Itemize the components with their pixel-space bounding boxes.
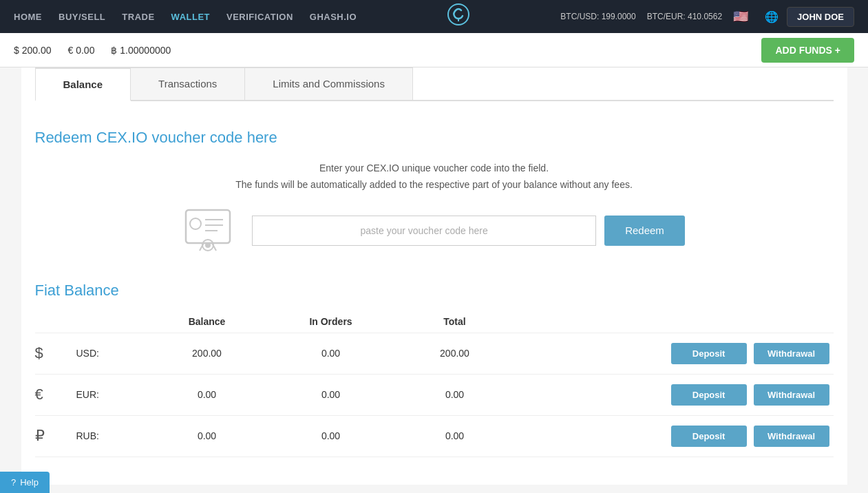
fiat-table-header: Balance In Orders Total: [35, 311, 834, 333]
help-button[interactable]: ? Help: [0, 472, 50, 485]
balance-cell: 200.00: [145, 333, 269, 374]
currency-label-cell: EUR:: [76, 374, 145, 415]
currency-icon-cell: $: [35, 333, 76, 374]
svg-point-3: [190, 218, 201, 229]
action-buttons-cell: Deposit Withdrawal: [517, 415, 834, 457]
voucher-form: Redeem: [35, 207, 834, 254]
usd-balance: $ 200.00: [14, 45, 52, 56]
voucher-section: Redeem CEX.IO voucher code here Enter yo…: [35, 122, 834, 275]
globe-icon[interactable]: 🌐: [765, 10, 779, 23]
currency-icon-cell: €: [35, 374, 76, 415]
fiat-table-row: $ USD: 200.00 0.00 200.00 Deposit Withdr…: [35, 333, 834, 374]
btceur-price: BTC/EUR: 410.0562: [647, 12, 722, 21]
balance-cell: 0.00: [145, 374, 269, 415]
fiat-table: Balance In Orders Total $ USD: 200.00 0.…: [35, 311, 834, 457]
btc-balance: ฿ 1.00000000: [111, 45, 171, 56]
redeem-button[interactable]: Redeem: [604, 216, 685, 246]
tab-limits[interactable]: Limits and Commissions: [244, 67, 413, 100]
col-in-orders: In Orders: [269, 311, 393, 333]
currency-symbol: $: [35, 344, 43, 361]
flag-icon[interactable]: 🇺🇸: [733, 9, 748, 24]
in-orders-cell: 0.00: [269, 333, 393, 374]
voucher-desc-line1: Enter your CEX.IO unique voucher code in…: [35, 160, 834, 177]
currency-label-cell: RUB:: [76, 415, 145, 457]
nav-buysell[interactable]: BUY/SELL: [59, 12, 105, 22]
svg-point-8: [205, 242, 211, 248]
voucher-desc-line2: The funds will be automatically added to…: [35, 177, 834, 193]
fiat-table-row: ₽ RUB: 0.00 0.00 0.00 Deposit Withdrawal: [35, 415, 834, 457]
nav-wallet[interactable]: WALLET: [171, 12, 210, 22]
nav-verification[interactable]: VERIFICATION: [226, 12, 293, 22]
tab-transactions[interactable]: Transactions: [130, 67, 245, 100]
help-label: Help: [20, 477, 39, 485]
currency-symbol: €: [35, 386, 43, 403]
currency-icon-cell: ₽: [35, 415, 76, 457]
col-currency: [76, 311, 145, 333]
in-orders-cell: 0.00: [269, 415, 393, 457]
svg-point-0: [448, 4, 469, 25]
action-buttons-cell: Deposit Withdrawal: [517, 374, 834, 415]
nav-prices: BTC/USD: 199.0000 BTC/EUR: 410.0562 🇺🇸: [560, 9, 748, 24]
withdrawal-button[interactable]: Withdrawal: [754, 343, 829, 364]
add-funds-button[interactable]: ADD FUNDS +: [761, 38, 854, 63]
btcusd-price: BTC/USD: 199.0000: [560, 12, 635, 21]
deposit-button[interactable]: Deposit: [671, 343, 747, 364]
nav-home[interactable]: HOME: [14, 12, 42, 22]
tab-balance[interactable]: Balance: [35, 67, 131, 101]
nav-trade[interactable]: TRADE: [122, 12, 154, 22]
voucher-title: Redeem CEX.IO voucher code here: [35, 129, 834, 147]
fiat-title: Fiat Balance: [35, 282, 834, 300]
total-cell: 200.00: [393, 333, 517, 374]
col-balance: Balance: [145, 311, 269, 333]
in-orders-cell: 0.00: [269, 374, 393, 415]
eur-balance: € 0.00: [68, 45, 95, 56]
balance-bar: $ 200.00 € 0.00 ฿ 1.00000000 ADD FUNDS +: [0, 33, 868, 67]
voucher-description: Enter your CEX.IO unique voucher code in…: [35, 160, 834, 193]
fiat-table-row: € EUR: 0.00 0.00 0.00 Deposit Withdrawal: [35, 374, 834, 415]
main-content: Balance Transactions Limits and Commissi…: [21, 67, 847, 485]
nav-ghash[interactable]: GHASH.IO: [310, 12, 357, 22]
withdrawal-button[interactable]: Withdrawal: [754, 426, 829, 447]
action-buttons-cell: Deposit Withdrawal: [517, 333, 834, 374]
nav-icons: 🌐 JOHN DOE: [765, 7, 854, 27]
tabs: Balance Transactions Limits and Commissi…: [35, 67, 834, 101]
svg-rect-2: [186, 210, 230, 243]
deposit-button[interactable]: Deposit: [671, 426, 747, 447]
logo: [447, 3, 469, 30]
col-actions: [517, 311, 834, 333]
total-cell: 0.00: [393, 374, 517, 415]
user-menu-button[interactable]: JOHN DOE: [787, 7, 854, 27]
help-icon: ?: [11, 477, 16, 485]
currency-symbol: ₽: [35, 427, 45, 444]
currency-label-cell: USD:: [76, 333, 145, 374]
deposit-button[interactable]: Deposit: [671, 384, 747, 406]
fiat-section: Fiat Balance Balance In Orders Total $ U…: [35, 282, 834, 457]
total-cell: 0.00: [393, 415, 517, 457]
certificate-icon: [183, 207, 238, 254]
col-icon: [35, 311, 76, 333]
withdrawal-button[interactable]: Withdrawal: [754, 384, 829, 406]
balance-cell: 0.00: [145, 415, 269, 457]
voucher-input[interactable]: [252, 216, 596, 246]
col-total: Total: [393, 311, 517, 333]
navbar: HOME BUY/SELL TRADE WALLET VERIFICATION …: [0, 0, 868, 33]
